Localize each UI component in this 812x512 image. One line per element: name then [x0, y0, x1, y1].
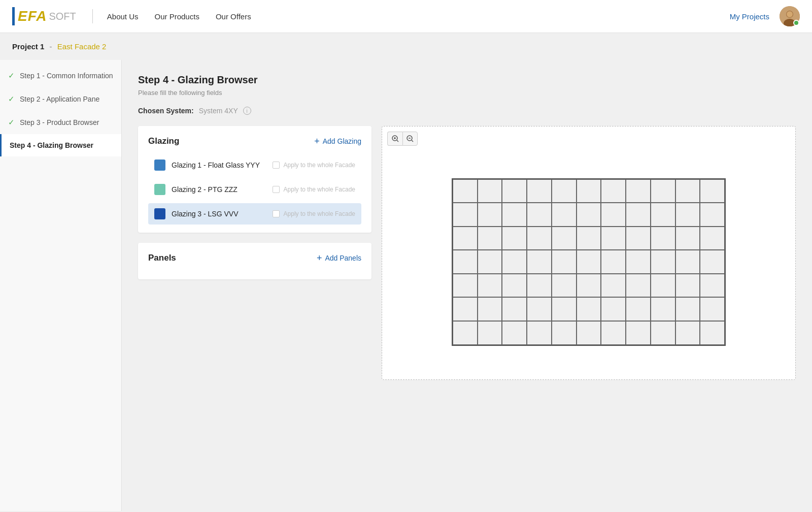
facade-cell[interactable]: [502, 297, 527, 321]
facade-cell[interactable]: [700, 227, 725, 250]
zoom-out-button[interactable]: [402, 132, 418, 146]
facade-cell[interactable]: [552, 274, 577, 298]
facade-cell[interactable]: [577, 274, 601, 298]
facade-cell[interactable]: [552, 203, 577, 227]
facade-cell[interactable]: [626, 179, 651, 203]
facade-cell[interactable]: [675, 227, 700, 250]
sidebar-item-step3[interactable]: ✓ Step 3 - Product Browser: [0, 111, 121, 134]
facade-cell[interactable]: [651, 321, 675, 345]
facade-cell[interactable]: [626, 274, 651, 298]
facade-cell[interactable]: [675, 250, 700, 274]
zoom-in-button[interactable]: [387, 132, 402, 146]
add-glazing-button[interactable]: + Add Glazing: [314, 137, 361, 146]
facade-cell[interactable]: [675, 297, 700, 321]
facade-cell[interactable]: [626, 250, 651, 274]
facade-cell[interactable]: [453, 274, 478, 298]
my-projects-link[interactable]: My Projects: [730, 12, 769, 21]
facade-cell[interactable]: [651, 203, 675, 227]
glazing-item-3[interactable]: Glazing 3 - LSG VVV Apply to the whole F…: [148, 203, 361, 225]
facade-cell[interactable]: [527, 297, 552, 321]
facade-cell[interactable]: [527, 250, 552, 274]
facade-cell[interactable]: [651, 274, 675, 298]
facade-cell[interactable]: [651, 179, 675, 203]
facade-cell[interactable]: [478, 274, 502, 298]
facade-cell[interactable]: [675, 203, 700, 227]
add-panels-button[interactable]: + Add Panels: [317, 253, 361, 263]
facade-cell[interactable]: [502, 250, 527, 274]
facade-cell[interactable]: [577, 203, 601, 227]
facade-cell[interactable]: [577, 250, 601, 274]
facade-cell[interactable]: [478, 250, 502, 274]
facade-cell[interactable]: [700, 250, 725, 274]
facade-cell[interactable]: [601, 297, 626, 321]
facade-cell[interactable]: [552, 250, 577, 274]
facade-cell[interactable]: [502, 203, 527, 227]
glazing-item-1[interactable]: Glazing 1 - Float Glass YYY Apply to the…: [148, 154, 361, 176]
nav-offers[interactable]: Our Offers: [216, 12, 251, 21]
facade-cell[interactable]: [626, 203, 651, 227]
facade-cell[interactable]: [552, 179, 577, 203]
sidebar-label-step3: Step 3 - Product Browser: [20, 118, 99, 126]
facade-cell[interactable]: [453, 203, 478, 227]
nav-about[interactable]: About Us: [107, 12, 139, 21]
facade-cell[interactable]: [527, 227, 552, 250]
facade-cell[interactable]: [552, 227, 577, 250]
facade-cell[interactable]: [502, 274, 527, 298]
facade-cell[interactable]: [552, 321, 577, 345]
sidebar-item-step2[interactable]: ✓ Step 2 - Application Pane: [0, 87, 121, 111]
facade-cell[interactable]: [527, 274, 552, 298]
facade-cell[interactable]: [601, 203, 626, 227]
facade-cell[interactable]: [700, 179, 725, 203]
facade-cell[interactable]: [700, 297, 725, 321]
glazing-checkbox-3[interactable]: [273, 210, 280, 217]
breadcrumb-sub: East Facade 2: [57, 42, 107, 51]
facade-cell[interactable]: [675, 274, 700, 298]
facade-cell[interactable]: [675, 179, 700, 203]
info-icon[interactable]: i: [243, 107, 251, 115]
facade-cell[interactable]: [502, 227, 527, 250]
glazing-checkbox-label-2: Apply to the whole Facade: [284, 186, 355, 193]
facade-cell[interactable]: [527, 203, 552, 227]
facade-cell[interactable]: [502, 179, 527, 203]
facade-cell[interactable]: [577, 297, 601, 321]
facade-cell[interactable]: [651, 297, 675, 321]
facade-cell[interactable]: [478, 297, 502, 321]
facade-cell[interactable]: [651, 250, 675, 274]
facade-cell[interactable]: [601, 227, 626, 250]
facade-cell[interactable]: [577, 227, 601, 250]
facade-cell[interactable]: [601, 321, 626, 345]
facade-cell[interactable]: [700, 274, 725, 298]
glazing-checkbox-1[interactable]: [273, 162, 280, 169]
facade-cell[interactable]: [577, 179, 601, 203]
facade-cell[interactable]: [478, 179, 502, 203]
facade-cell[interactable]: [478, 321, 502, 345]
facade-cell[interactable]: [700, 321, 725, 345]
facade-cell[interactable]: [626, 227, 651, 250]
facade-cell[interactable]: [601, 274, 626, 298]
facade-cell[interactable]: [527, 321, 552, 345]
facade-cell[interactable]: [552, 297, 577, 321]
facade-cell[interactable]: [626, 321, 651, 345]
sidebar-item-step1[interactable]: ✓ Step 1 - Common Information: [0, 64, 121, 87]
facade-cell[interactable]: [577, 321, 601, 345]
facade-cell[interactable]: [453, 297, 478, 321]
facade-cell[interactable]: [453, 179, 478, 203]
facade-cell[interactable]: [626, 297, 651, 321]
facade-cell[interactable]: [601, 179, 626, 203]
facade-cell[interactable]: [651, 227, 675, 250]
glazing-checkbox-2[interactable]: [273, 186, 280, 193]
facade-cell[interactable]: [527, 179, 552, 203]
facade-cell[interactable]: [502, 321, 527, 345]
facade-cell[interactable]: [700, 203, 725, 227]
nav-products[interactable]: Our Products: [155, 12, 199, 21]
facade-cell[interactable]: [453, 321, 478, 345]
facade-cell[interactable]: [478, 227, 502, 250]
facade-cell[interactable]: [453, 227, 478, 250]
facade-cell[interactable]: [675, 321, 700, 345]
glazing-item-2[interactable]: Glazing 2 - PTG ZZZ Apply to the whole F…: [148, 179, 361, 200]
sidebar-item-step4[interactable]: Step 4 - Glazing Browser: [0, 134, 121, 156]
facade-cell[interactable]: [453, 250, 478, 274]
facade-cell[interactable]: [601, 250, 626, 274]
facade-cell[interactable]: [478, 203, 502, 227]
avatar-wrap[interactable]: [780, 6, 800, 26]
